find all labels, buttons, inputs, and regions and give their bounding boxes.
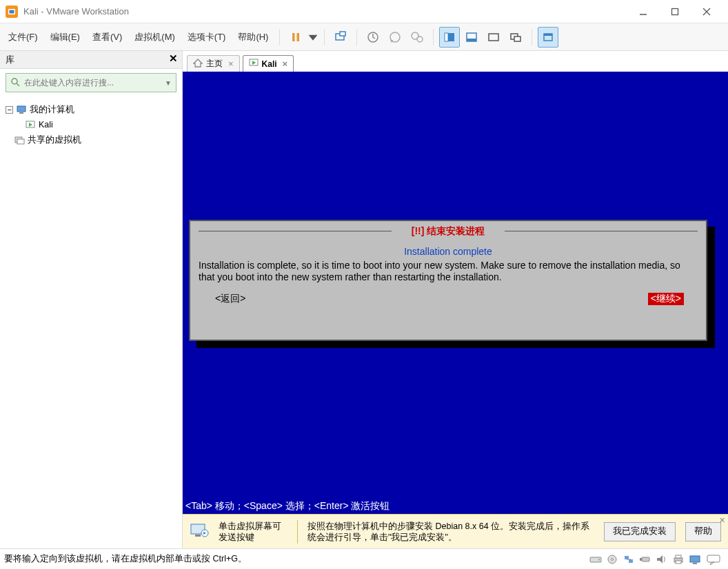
sound-icon[interactable]	[655, 553, 669, 566]
tree-my-computer[interactable]: − 我的计算机	[6, 102, 176, 117]
svg-rect-37	[195, 535, 201, 537]
tab-label: 主页	[206, 58, 223, 70]
search-dropdown-icon[interactable]: ▼	[165, 79, 172, 87]
menu-edit[interactable]: 编辑(E)	[45, 28, 85, 46]
menu-vm[interactable]: 虚拟机(M)	[129, 28, 181, 46]
svg-rect-1	[10, 10, 14, 13]
svg-rect-51	[676, 555, 681, 558]
menu-help[interactable]: 帮助(H)	[232, 28, 274, 46]
svg-rect-55	[707, 555, 720, 562]
info-hint-input: 单击虚拟屏幕可发送按键	[219, 521, 287, 543]
info-close-button[interactable]: ✕	[719, 516, 725, 525]
help-button[interactable]: 帮助	[685, 522, 721, 541]
svg-rect-27	[17, 106, 26, 112]
search-placeholder: 在此处键入内容进行搜...	[24, 77, 114, 89]
info-strip: 单击虚拟屏幕可发送按键 按照在物理计算机中的步骤安装 Debian 8.x 64…	[183, 514, 728, 548]
svg-point-15	[417, 37, 423, 42]
installer-subtitle: Installation complete	[199, 246, 698, 257]
maximize-button[interactable]	[659, 0, 691, 23]
titlebar: Kali - VMware Workstation	[0, 0, 728, 23]
pause-dropdown[interactable]	[307, 27, 318, 48]
message-icon[interactable]	[705, 553, 724, 566]
tree-label: Kali	[39, 120, 53, 130]
close-button[interactable]	[691, 0, 722, 23]
collapse-icon[interactable]: −	[6, 106, 13, 114]
sidebar-header: 库 ✕	[0, 51, 182, 69]
manage-snapshot-button[interactable]	[407, 27, 427, 48]
svg-marker-8	[309, 34, 318, 40]
network-icon[interactable]	[622, 553, 636, 566]
tree-label: 我的计算机	[30, 104, 74, 116]
svg-rect-28	[19, 112, 23, 114]
sidebar-title: 库	[6, 54, 14, 66]
tree-shared-vms[interactable]: 共享的虚拟机	[6, 132, 176, 147]
menu-view[interactable]: 查看(V)	[87, 28, 128, 46]
usb-icon[interactable]	[638, 553, 652, 566]
menu-file[interactable]: 文件(F)	[3, 28, 43, 46]
svg-rect-45	[629, 559, 633, 563]
pause-button[interactable]	[285, 27, 306, 48]
sidebar-close-button[interactable]: ✕	[169, 52, 178, 65]
svg-marker-49	[657, 555, 663, 563]
svg-rect-52	[676, 561, 681, 563]
home-icon	[193, 58, 203, 70]
done-install-button[interactable]: 我已完成安装	[604, 522, 676, 541]
status-text: 要将输入定向到该虚拟机，请在虚拟机内部单击或按 Ctrl+G。	[4, 553, 247, 565]
svg-rect-22	[514, 37, 520, 41]
tree-kali[interactable]: Kali	[6, 117, 176, 132]
status-icons	[589, 553, 724, 566]
snapshot-button[interactable]	[363, 27, 383, 48]
shared-icon	[14, 134, 25, 145]
cd-icon[interactable]	[605, 553, 619, 566]
tab-home[interactable]: 主页 ×	[187, 55, 240, 72]
vm-screen[interactable]: [!!] 结束安装进程 Installation complete Instal…	[183, 72, 728, 514]
stretch-button[interactable]	[538, 27, 558, 48]
svg-marker-56	[710, 562, 714, 565]
sidebar: 库 ✕ 在此处键入内容进行搜... ▼ − 我的计算机 Kali 共享的虚拟机	[0, 51, 183, 548]
svg-rect-54	[693, 563, 697, 564]
installer-continue-button[interactable]: <继续>	[648, 293, 684, 305]
hdd-icon[interactable]	[589, 553, 603, 566]
menubar: 文件(F) 编辑(E) 查看(V) 虚拟机(M) 选项卡(T) 帮助(H)	[0, 23, 728, 51]
svg-rect-19	[467, 39, 476, 41]
unity-button[interactable]	[505, 27, 526, 48]
revert-snapshot-button[interactable]	[385, 27, 405, 48]
svg-point-25	[12, 79, 17, 84]
tab-close-icon[interactable]: ×	[283, 59, 288, 69]
tab-label: Kali	[262, 59, 277, 69]
library-tree: − 我的计算机 Kali 共享的虚拟机	[0, 96, 182, 153]
svg-rect-24	[544, 34, 552, 36]
svg-line-26	[17, 83, 19, 86]
svg-marker-33	[194, 59, 202, 67]
printer-icon[interactable]	[671, 553, 685, 566]
svg-rect-3	[672, 8, 678, 14]
vm-footer-hint: <Tab> 移动；<Space> 选择；<Enter> 激活按钮	[183, 500, 728, 514]
svg-rect-7	[297, 33, 300, 41]
info-hint-install: 按照在物理计算机中的步骤安装 Debian 8.x 64 位。安装完成后，操作系…	[307, 521, 594, 543]
menu-tabs[interactable]: 选项卡(T)	[182, 28, 232, 46]
svg-rect-6	[292, 33, 295, 41]
tab-kali[interactable]: Kali ×	[243, 55, 294, 72]
minimize-button[interactable]	[627, 0, 659, 23]
app-icon	[6, 6, 18, 18]
vm-icon	[249, 58, 259, 70]
main-content: 主页 × Kali × [!!] 结束安装进程 Installation com…	[183, 51, 728, 548]
tree-label: 共享的虚拟机	[28, 134, 81, 146]
installer-back-button[interactable]: <返回>	[212, 293, 248, 305]
thumbnail-view-button[interactable]	[461, 27, 482, 48]
monitor-icon	[190, 522, 209, 541]
console-view-button[interactable]	[439, 27, 460, 48]
installer-title: [!!] 结束安装进程	[199, 225, 698, 236]
send-ctrl-alt-del-button[interactable]	[330, 27, 351, 48]
search-input[interactable]: 在此处键入内容进行搜... ▼	[6, 73, 176, 92]
svg-rect-53	[690, 556, 700, 562]
svg-rect-32	[17, 139, 24, 144]
svg-rect-10	[340, 32, 345, 36]
svg-rect-48	[640, 558, 642, 561]
fullscreen-button[interactable]	[483, 27, 504, 48]
svg-rect-20	[489, 34, 498, 41]
tab-close-icon[interactable]: ×	[228, 59, 234, 69]
display-icon[interactable]	[688, 553, 702, 566]
search-icon	[10, 77, 20, 89]
svg-rect-44	[625, 556, 629, 559]
